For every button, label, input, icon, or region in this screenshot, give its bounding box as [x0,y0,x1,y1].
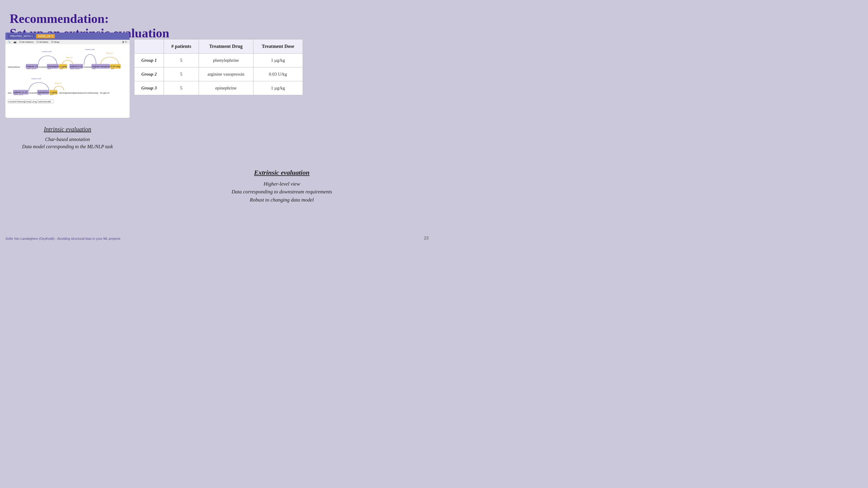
col-drug: Treatment Drug [198,39,253,54]
patients-cell: 5 [164,82,198,95]
svg-text::: : [121,66,122,68]
svg-text:0.03 U/kg: 0.03 U/kg [111,65,120,68]
title-line1: Recommendation: [10,11,169,26]
intrinsic-desc-line1: Char-based annotation [5,136,130,143]
annotation-panel: TREATED_WITH 1 DOSE_OF 2 🔍 📷 ☑ All relat… [5,33,130,118]
svg-text:patient_group: patient_group [70,68,80,70]
annotation-header: TREATED_WITH 1 DOSE_OF 2 [5,33,130,40]
svg-text:dose: dose [111,68,114,70]
group-cell: Group 3 [134,82,164,95]
svg-text:Hemodynamics: Hemodynamics [59,92,74,94]
svg-text:for: for [100,92,103,94]
patients-cell: 5 [164,54,198,67]
all-relations-label[interactable]: ☑ All relations [19,41,33,43]
svg-text:dose: dose [50,94,53,96]
svg-text:phenylephrine: phenylephrine [48,65,61,68]
all-labels-label[interactable]: ☑ All labels [36,41,48,43]
comparison-table-panel: # patients Treatment Drug Treatment Dose… [134,39,303,95]
svg-text:minutes: minutes [8,101,16,103]
svg-text:1 µg/kg: 1 µg/kg [50,91,57,94]
svg-text:measured: measured [76,92,86,94]
dose-cell: 1 µg/kg [253,82,303,95]
extrinsic-desc-line2: Data corresponding to downstream require… [134,188,430,196]
svg-text:study: study [26,101,31,103]
extrinsic-title: Extrinsic evaluation [134,169,430,176]
svg-text:dose_of: dose_of [66,57,73,59]
annotation-content: dose_of dose_of treated_with treated_wit… [5,44,130,118]
extrinsic-section: Extrinsic evaluation Higher-level view D… [134,169,430,204]
drug-cell: phenylephrine [198,54,253,67]
annotation-svg: dose_of dose_of treated_with treated_wit… [7,46,128,116]
svg-text:arginine vasopressin: arginine vasopressin [92,65,112,68]
svg-text:administration: administration [38,101,52,103]
table-row: Group 35epinephrine1 µg/kg [134,82,303,95]
svg-text:continuously: continuously [87,92,98,94]
toolbar-refresh: 🗑 ↻ [122,41,127,43]
drug-cell: arginine vasopressin [198,67,253,82]
svg-text:1 µg/kg: 1 µg/kg [60,65,67,68]
drug-cell: epinephrine [198,82,253,95]
tag-treated-with: TREATED_WITH 1 [8,34,35,38]
intrinsic-desc-line2: Data model corresponding to the ML/NLP t… [5,143,130,150]
toolbar-icon2: 📷 [13,41,16,43]
svg-text:received: received [84,66,92,68]
dose-cell: 0.03 U/kg [253,67,303,82]
svg-text:was: was [73,92,77,94]
svg-text:drug: drug [38,94,41,96]
dose-cell: 1 µg/kg [253,54,303,67]
svg-text:10: 10 [107,92,110,94]
svg-text:treated_with: treated_with [85,48,95,50]
svg-text:to: to [105,92,107,94]
table-row: Group 15phenylephrine1 µg/kg [134,54,303,67]
svg-text:dose: dose [60,68,63,70]
group-cell: Group 2 [134,67,164,82]
svg-text:patient_group: patient_group [27,68,36,70]
svg-text::: : [24,66,25,68]
svg-text:patients 6-10: patients 6-10 [70,65,83,68]
svg-text:epinephrine: epinephrine [38,91,49,94]
svg-text:drug: drug [48,68,51,70]
svg-text:Patients 1-5: Patients 1-5 [27,65,38,67]
svg-text:dose_of: dose_of [55,82,61,84]
extrinsic-desc-line3: Robust to changing data model [134,196,430,204]
col-group [134,39,164,54]
svg-text::: : [67,66,68,68]
svg-text:.: . [58,92,59,94]
intrinsic-section: Intrinsic evaluation Char-based annotati… [5,126,130,150]
comparison-table: # patients Treatment Drug Treatment Dose… [134,39,303,95]
extrinsic-desc: Higher-level view Data corresponding to … [134,180,430,204]
svg-text:patients 11-15: patients 11-15 [14,91,27,94]
col-dose: Treatment Dose [253,39,303,54]
extrinsic-desc-line1: Higher-level view [134,180,430,188]
svg-text:Interventions: Interventions [8,66,20,68]
svg-text:received: received [29,92,37,94]
svg-text:treated_with: treated_with [42,51,52,53]
svg-text:received: received [38,66,47,68]
table-row: Group 25arginine vasopressin0.03 U/kg [134,67,303,82]
svg-text:dose_of: dose_of [106,52,113,54]
svg-text:and: and [8,92,11,94]
intrinsic-desc: Char-based annotation Data model corresp… [5,136,130,150]
annotation-toolbar: 🔍 📷 ☑ All relations ☑ All labels ☑ Wrap … [5,40,130,44]
svg-text:following: following [17,101,25,103]
toolbar-icon1: 🔍 [8,41,10,43]
footer-text: Sofie Van Landeghem (OxyKodit) - Avoidin… [5,237,120,240]
intrinsic-title: Intrinsic evaluation [5,126,130,133]
svg-text:.: . [51,101,52,103]
wrap-label[interactable]: ☑ Wrap [51,41,59,43]
group-cell: Group 1 [134,54,164,67]
svg-text:patient_group: patient_group [14,94,23,96]
svg-text:drug: drug [92,68,95,70]
col-patients: # patients [164,39,198,54]
table-header-row: # patients Treatment Drug Treatment Dose [134,39,303,54]
svg-text:treated_with: treated_with [31,78,41,79]
page-number: 23 [424,235,429,240]
svg-text:drug: drug [33,101,37,103]
patients-cell: 5 [164,67,198,82]
tag-dose-of: DOSE_OF 2 [36,34,55,38]
